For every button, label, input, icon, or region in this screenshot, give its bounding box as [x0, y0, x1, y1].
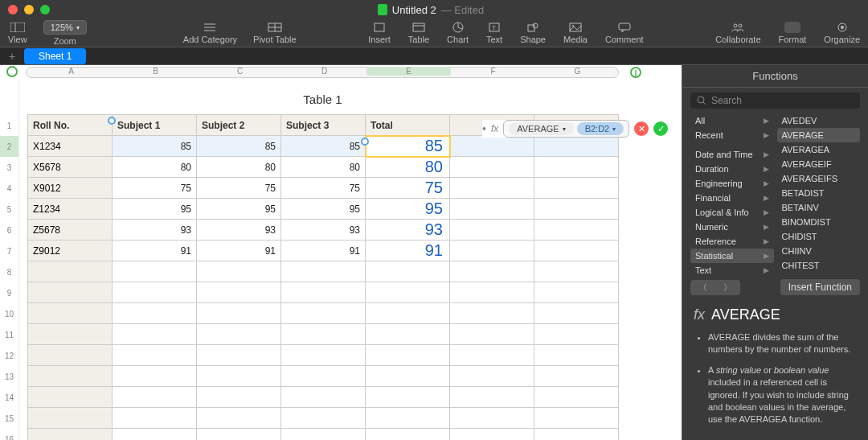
nav-forward-button[interactable]: 〉: [715, 280, 740, 295]
table-row[interactable]: X901275757575: [28, 178, 619, 199]
cell[interactable]: 85: [197, 136, 281, 157]
cell[interactable]: [197, 408, 281, 429]
table-title[interactable]: Table 1: [27, 86, 618, 114]
table-row[interactable]: [28, 261, 619, 282]
row-header-6[interactable]: 6: [0, 220, 19, 241]
table-corner-handle[interactable]: [6, 66, 18, 77]
cell[interactable]: [366, 345, 450, 366]
cell[interactable]: [281, 429, 366, 441]
row-header-14[interactable]: 14: [0, 387, 19, 408]
cell[interactable]: 80: [113, 157, 197, 178]
cell[interactable]: [281, 282, 366, 303]
cell[interactable]: [534, 136, 619, 157]
cell[interactable]: 95: [197, 199, 281, 220]
zoom-button[interactable]: 125% ▾ Zoom: [43, 20, 87, 46]
insert-button[interactable]: Insert: [368, 22, 391, 44]
data-table[interactable]: Roll No.Subject 1Subject 2Subject 3Total…: [27, 114, 619, 440]
cell[interactable]: [534, 429, 619, 441]
column-header-A[interactable]: A: [29, 67, 113, 76]
cell[interactable]: [113, 408, 197, 429]
cell[interactable]: [197, 261, 281, 282]
table-row[interactable]: [28, 408, 619, 429]
cell[interactable]: [113, 387, 197, 408]
table-row[interactable]: [28, 324, 619, 345]
function-item[interactable]: AVERAGEA: [777, 142, 861, 157]
cell[interactable]: [450, 324, 534, 345]
category-item[interactable]: Duration▶: [690, 162, 774, 176]
cell[interactable]: [281, 324, 366, 345]
formula-editor[interactable]: • fx AVERAGE▾ B2:D2▾ ✕ ✓: [482, 120, 668, 138]
function-item[interactable]: CHIDIST: [777, 229, 861, 244]
table-row[interactable]: [28, 345, 619, 366]
cell[interactable]: Z9012: [28, 241, 113, 261]
cell[interactable]: [366, 429, 450, 441]
row-header-10[interactable]: 10: [0, 303, 19, 324]
cell[interactable]: [450, 261, 534, 282]
row-header-11[interactable]: 11: [0, 324, 19, 345]
cell[interactable]: [534, 366, 619, 387]
cell[interactable]: 75: [113, 178, 197, 199]
function-item[interactable]: BETADIST: [777, 186, 861, 200]
cell[interactable]: [366, 261, 450, 282]
column-header-E[interactable]: E: [366, 67, 451, 76]
row-header-4[interactable]: 4: [0, 178, 19, 199]
cell[interactable]: [534, 199, 619, 220]
cell[interactable]: [450, 429, 534, 441]
cell[interactable]: [28, 387, 113, 408]
cell[interactable]: [534, 178, 619, 199]
category-item[interactable]: Logical & Info▶: [690, 205, 774, 220]
table-row[interactable]: X123485858585: [28, 136, 619, 157]
table-row[interactable]: [28, 366, 619, 387]
table-button[interactable]: Table: [408, 22, 429, 44]
category-item[interactable]: Statistical▶: [690, 249, 774, 263]
cell[interactable]: 95: [281, 199, 366, 220]
row-header-7[interactable]: 7: [0, 241, 19, 261]
collaborate-button[interactable]: Collaborate: [715, 22, 760, 44]
row-header-5[interactable]: 5: [0, 199, 19, 220]
add-sheet-button[interactable]: +: [0, 50, 24, 63]
cell[interactable]: Z5678: [28, 220, 113, 241]
cell[interactable]: [28, 303, 113, 324]
cell[interactable]: [113, 324, 197, 345]
category-item[interactable]: Numeric▶: [690, 220, 774, 234]
cell[interactable]: [113, 429, 197, 441]
cell[interactable]: 75: [281, 178, 366, 199]
cell[interactable]: [281, 366, 366, 387]
table-row[interactable]: [28, 282, 619, 303]
function-item[interactable]: AVERAGEIF: [777, 157, 861, 171]
chart-button[interactable]: Chart: [447, 22, 469, 44]
cell[interactable]: [366, 303, 450, 324]
cell[interactable]: [366, 408, 450, 429]
cell[interactable]: 85: [366, 136, 450, 157]
minimize-window-icon[interactable]: [24, 5, 34, 14]
cell[interactable]: [197, 324, 281, 345]
cell[interactable]: [281, 408, 366, 429]
category-item[interactable]: Date and Time▶: [690, 147, 774, 162]
cell[interactable]: [450, 136, 534, 157]
cell[interactable]: [450, 303, 534, 324]
cell[interactable]: [366, 366, 450, 387]
cell[interactable]: [281, 261, 366, 282]
row-header-2[interactable]: 2: [0, 136, 19, 157]
cell[interactable]: [450, 241, 534, 261]
cell[interactable]: [113, 261, 197, 282]
cell[interactable]: [197, 303, 281, 324]
cell[interactable]: [534, 241, 619, 261]
column-header-G[interactable]: G: [535, 67, 620, 76]
cell[interactable]: 95: [366, 199, 450, 220]
cell[interactable]: 93: [113, 220, 197, 241]
formula-confirm-button[interactable]: ✓: [653, 121, 668, 136]
column-header-D[interactable]: D: [282, 67, 366, 76]
cell[interactable]: [281, 387, 366, 408]
row-header-12[interactable]: 12: [0, 345, 19, 366]
cell[interactable]: [450, 345, 534, 366]
zoom-select[interactable]: 125% ▾: [43, 20, 87, 35]
row-header-9[interactable]: 9: [0, 282, 19, 303]
cell[interactable]: [534, 261, 619, 282]
cell[interactable]: [197, 282, 281, 303]
cell[interactable]: X1234: [28, 136, 113, 157]
cell[interactable]: [450, 178, 534, 199]
function-item[interactable]: BINOMDIST: [777, 215, 861, 229]
cell[interactable]: [450, 387, 534, 408]
table-header[interactable]: Total: [366, 115, 450, 136]
